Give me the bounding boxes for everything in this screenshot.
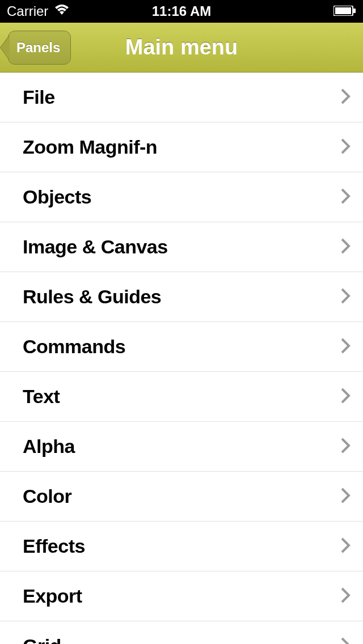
menu-item-alpha[interactable]: Alpha [0,422,363,472]
status-time: 11:16 AM [152,3,211,19]
menu-item-label: File [23,86,55,108]
status-bar: Carrier 11:16 AM [0,0,363,23]
chevron-right-icon [340,88,351,107]
menu-item-color[interactable]: Color [0,472,363,522]
carrier-label: Carrier [7,3,48,19]
chevron-right-icon [340,388,351,406]
status-left: Carrier [7,3,70,19]
menu-item-zoom[interactable]: Zoom Magnif-n [0,122,363,172]
menu-list: File Zoom Magnif-n Objects Image & Canva… [0,73,363,644]
menu-item-effects[interactable]: Effects [0,522,363,571]
menu-item-label: Commands [23,336,125,358]
chevron-right-icon [340,238,351,256]
menu-item-file[interactable]: File [0,73,363,122]
svg-rect-2 [353,9,356,13]
menu-item-label: Color [23,485,71,507]
menu-item-commands[interactable]: Commands [0,322,363,372]
wifi-icon [54,3,70,19]
menu-item-rules-guides[interactable]: Rules & Guides [0,272,363,322]
chevron-right-icon [340,537,351,556]
menu-item-export[interactable]: Export [0,571,363,621]
chevron-right-icon [340,637,351,645]
chevron-right-icon [340,138,351,156]
back-button-label: Panels [16,40,60,56]
chevron-right-icon [340,288,351,306]
chevron-right-icon [340,488,351,506]
menu-item-label: Alpha [23,435,75,457]
menu-item-label: Effects [23,535,85,557]
chevron-right-icon [340,438,351,456]
chevron-right-icon [340,188,351,206]
menu-item-label: Text [23,385,60,408]
menu-item-objects[interactable]: Objects [0,172,363,222]
chevron-right-icon [340,338,351,356]
back-button[interactable]: Panels [8,31,71,65]
battery-icon [334,3,356,19]
menu-item-label: Grid [23,635,61,644]
menu-item-label: Zoom Magnif-n [23,136,157,158]
menu-item-label: Export [23,585,82,607]
svg-rect-1 [335,7,351,14]
menu-item-text[interactable]: Text [0,372,363,422]
menu-item-grid[interactable]: Grid [0,621,363,644]
menu-item-label: Objects [23,186,91,208]
menu-item-image-canvas[interactable]: Image & Canvas [0,222,363,272]
menu-item-label: Rules & Guides [23,286,161,308]
nav-bar: Panels Main menu [0,23,363,73]
chevron-right-icon [340,587,351,605]
menu-item-label: Image & Canvas [23,236,168,258]
nav-title: Main menu [125,35,238,60]
